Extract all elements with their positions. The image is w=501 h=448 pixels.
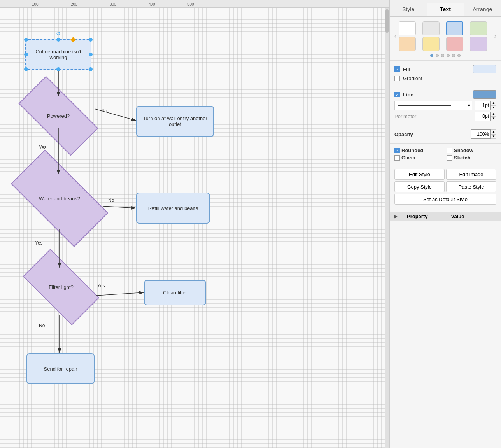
glass-checkbox[interactable] xyxy=(394,155,400,161)
swatch-light-purple[interactable] xyxy=(470,37,487,51)
swatch-light-green[interactable] xyxy=(470,21,487,35)
ruler-mark-300: 300 xyxy=(110,2,116,7)
rotate-handle[interactable]: ↺ xyxy=(56,30,61,36)
diamond-filter[interactable]: Filter light? xyxy=(26,268,96,306)
action-box-2[interactable]: Refill water and beans xyxy=(136,192,210,224)
start-box[interactable]: Coffee machine isn't working ↺ xyxy=(25,39,91,70)
diamond-water[interactable]: Water and beans? xyxy=(15,174,104,222)
color-swatches-section: ‹ › xyxy=(390,17,501,52)
value-col-header: Value xyxy=(451,214,464,219)
end-box-text: Send for repair xyxy=(44,366,77,372)
diamond-text-1: Powered? xyxy=(47,113,70,119)
action-box-3[interactable]: Clean filter xyxy=(144,280,206,305)
handle-top[interactable] xyxy=(56,38,60,42)
copy-style-button[interactable]: Copy Style xyxy=(394,181,445,192)
opacity-section: Opacity 100 % ▲ ▼ xyxy=(390,125,501,143)
perimeter-down[interactable]: ▼ xyxy=(491,116,496,121)
tab-text[interactable]: Text xyxy=(427,3,464,16)
end-box[interactable]: Send for repair xyxy=(26,353,95,384)
scrollbar[interactable] xyxy=(385,8,389,448)
dot-3[interactable] xyxy=(441,54,444,57)
fill-row: Fill xyxy=(394,65,496,74)
diamond-text-2: Water and beans? xyxy=(39,196,80,201)
line-width-unit: pt xyxy=(485,103,489,108)
orange-handle[interactable] xyxy=(70,37,76,42)
handle-tl[interactable] xyxy=(24,38,28,42)
line-color-preview[interactable] xyxy=(473,90,496,99)
shadow-checkbox[interactable] xyxy=(447,148,452,153)
rounded-shadow-row: Rounded Shadow xyxy=(394,147,496,153)
set-default-button[interactable]: Set as Default Style xyxy=(394,194,496,205)
panel-tabs: Style Text Arrange xyxy=(390,0,501,17)
fill-section: Fill Gradient xyxy=(390,60,501,86)
label-yes3: Yes xyxy=(97,283,105,289)
gradient-row: Gradient xyxy=(394,75,496,81)
edit-image-button[interactable]: Edit Image xyxy=(446,169,496,180)
tab-arrange[interactable]: Arrange xyxy=(464,3,501,16)
swatch-light-red[interactable] xyxy=(446,37,463,51)
dot-4[interactable] xyxy=(447,54,450,57)
copy-paste-row: Copy Style Paste Style xyxy=(394,181,496,192)
swatch-light-blue[interactable] xyxy=(446,21,463,35)
opacity-up[interactable]: ▲ xyxy=(491,130,496,134)
line-checkbox[interactable] xyxy=(394,92,400,97)
handle-br[interactable] xyxy=(89,67,93,71)
set-default-row: Set as Default Style xyxy=(394,194,496,205)
perimeter-label: Perimeter xyxy=(394,114,471,119)
line-dropdown-arrow: ▾ xyxy=(468,103,470,108)
line-style-bar xyxy=(398,105,451,106)
handle-left[interactable] xyxy=(24,52,28,56)
handle-bottom[interactable] xyxy=(56,67,60,71)
swatch-light-yellow[interactable] xyxy=(422,37,440,51)
dot-6[interactable] xyxy=(457,54,461,57)
swatch-light-gray[interactable] xyxy=(422,21,440,35)
handle-right[interactable] xyxy=(89,52,93,56)
scrollbar-thumb[interactable] xyxy=(385,9,389,33)
line-style-select[interactable]: ▾ xyxy=(394,101,472,110)
perimeter-row: Perimeter 0 pt ▲ ▼ xyxy=(394,112,496,121)
gradient-checkbox[interactable] xyxy=(394,76,400,81)
canvas-area[interactable]: 100 200 300 400 500 Coffee machine isn't… xyxy=(0,0,389,448)
dot-2[interactable] xyxy=(436,54,439,57)
paste-style-button[interactable]: Paste Style xyxy=(446,181,496,192)
dot-1[interactable] xyxy=(430,54,433,57)
fill-checkbox[interactable] xyxy=(394,66,400,72)
line-width-input-group: 1 pt ▲ ▼ xyxy=(475,101,496,110)
diamond-powered[interactable]: Powered? xyxy=(21,96,95,135)
label-no3: No xyxy=(39,323,45,328)
fill-color-preview[interactable] xyxy=(473,65,496,74)
rounded-checkbox[interactable] xyxy=(394,148,400,153)
handle-bl[interactable] xyxy=(24,67,28,71)
line-section: Line ▾ 1 pt ▲ ▼ Perimeter xyxy=(390,86,501,125)
perimeter-input[interactable]: 0 pt xyxy=(475,112,491,121)
table-triangle-icon: ▶ xyxy=(394,214,398,219)
svg-line-6 xyxy=(96,292,144,296)
sketch-label: Sketch xyxy=(454,155,471,161)
swatch-next[interactable]: › xyxy=(494,33,497,40)
svg-line-4 xyxy=(103,206,136,208)
action-box-1[interactable]: Turn on at wall or try another outlet xyxy=(136,106,214,137)
perimeter-spinners: ▲ ▼ xyxy=(491,112,496,121)
swatch-light-orange[interactable] xyxy=(399,37,416,51)
edit-copy-row: Edit Style Edit Image xyxy=(394,169,496,180)
start-box-text: Coffee machine isn't working xyxy=(29,49,88,60)
property-table-header[interactable]: ▶ Property Value xyxy=(390,212,501,221)
line-width-input[interactable]: 1 pt xyxy=(475,101,491,110)
perimeter-unit: pt xyxy=(485,114,489,119)
property-col-header: Property xyxy=(407,214,427,219)
swatch-prev[interactable]: ‹ xyxy=(394,33,397,40)
sketch-checkbox[interactable] xyxy=(447,155,452,161)
opacity-input[interactable]: 100 % xyxy=(471,130,491,139)
glass-sketch-row: Glass Sketch xyxy=(394,155,496,161)
line-width-up[interactable]: ▲ xyxy=(491,101,496,105)
action-text-1: Turn on at wall or try another outlet xyxy=(140,116,210,127)
line-width-down[interactable]: ▼ xyxy=(491,105,496,110)
line-row: Line xyxy=(394,90,496,99)
opacity-down[interactable]: ▼ xyxy=(491,134,496,139)
edit-style-button[interactable]: Edit Style xyxy=(394,169,445,180)
swatch-white[interactable] xyxy=(399,21,416,35)
perimeter-up[interactable]: ▲ xyxy=(491,112,496,116)
handle-tr[interactable] xyxy=(89,38,93,42)
tab-style[interactable]: Style xyxy=(390,3,427,16)
dot-5[interactable] xyxy=(452,54,455,57)
